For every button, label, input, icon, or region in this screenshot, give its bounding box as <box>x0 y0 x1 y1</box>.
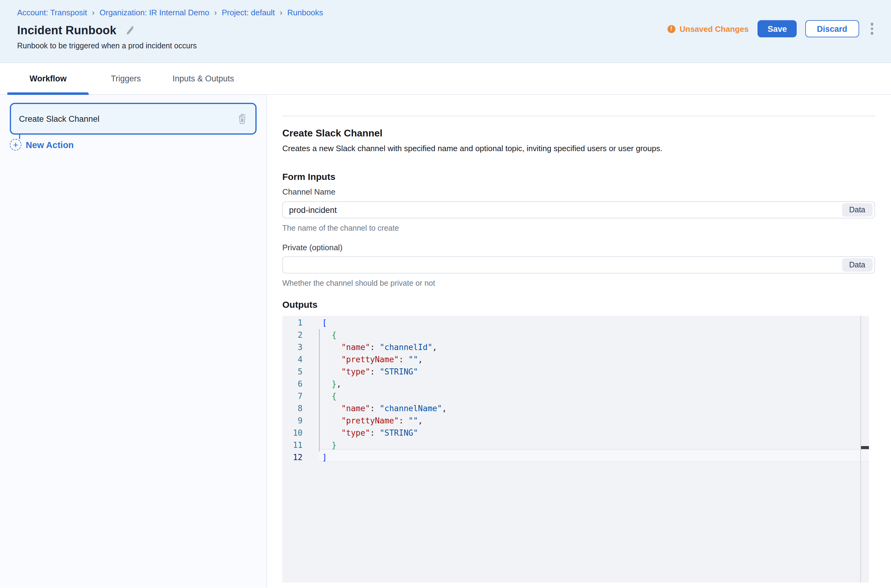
delete-action-trash-icon[interactable] <box>237 113 247 124</box>
code-line: 12] <box>282 452 869 464</box>
discard-button[interactable]: Discard <box>805 20 859 38</box>
line-number: 9 <box>282 415 303 427</box>
active-tab-underline <box>8 92 89 95</box>
code-text: [ <box>322 317 327 329</box>
code-text: "name": "channelName", <box>322 403 447 415</box>
workflow-steps-panel: Create Slack Channel + New Action <box>0 95 267 587</box>
line-number: 2 <box>282 329 303 341</box>
tab-workflow[interactable]: Workflow <box>8 74 89 83</box>
line-number: 7 <box>282 390 303 403</box>
runbook-editor-app: Account: Transposit › Organization: IR I… <box>0 0 891 588</box>
action-card-label: Create Slack Channel <box>19 114 237 123</box>
save-button[interactable]: Save <box>758 20 797 38</box>
line-number: 4 <box>282 354 303 366</box>
code-line: 11 } <box>282 440 869 452</box>
content-divider <box>282 116 875 116</box>
code-line: 5 "type": "STRING" <box>282 366 869 378</box>
code-line: 1[ <box>282 317 869 329</box>
private-label: Private (optional) <box>282 242 875 253</box>
private-help: Whether the channel should be private or… <box>282 278 875 289</box>
breadcrumb-account-link[interactable]: Account: Transposit <box>17 8 87 18</box>
code-text: } <box>322 440 337 452</box>
action-detail-pane: Create Slack Channel Creates a new Slack… <box>267 95 891 587</box>
code-line: 7 { <box>282 390 869 403</box>
line-number: 12 <box>282 452 303 464</box>
code-line: 10 "type": "STRING" <box>282 427 869 440</box>
line-number: 8 <box>282 403 303 415</box>
breadcrumb: Account: Transposit › Organization: IR I… <box>17 8 667 18</box>
page-title: Incident Runbook <box>17 22 116 39</box>
channel-name-help: The name of the channel to create <box>282 223 875 234</box>
warning-icon: ! <box>667 25 675 33</box>
code-text: "prettyName": "", <box>322 354 423 366</box>
channel-name-label: Channel Name <box>282 187 875 198</box>
form-inputs-heading: Form Inputs <box>282 171 875 183</box>
breadcrumb-runbooks-link[interactable]: Runbooks <box>287 8 323 18</box>
private-field: Data <box>282 256 875 273</box>
new-action-button[interactable]: + New Action <box>10 139 257 150</box>
step-connector-line <box>19 135 20 139</box>
new-action-label: New Action <box>26 140 74 150</box>
breadcrumb-project-link[interactable]: Project: default <box>222 8 275 18</box>
code-text: "prettyName": "", <box>322 415 423 427</box>
action-card-create-slack-channel[interactable]: Create Slack Channel <box>10 103 257 135</box>
code-text: { <box>322 329 337 341</box>
title-row: Incident Runbook <box>17 22 667 39</box>
outputs-code-editor[interactable]: 1[2 {3 "name": "channelId",4 "prettyName… <box>282 316 869 582</box>
line-number: 10 <box>282 427 303 440</box>
overview-ruler-cursor-marker <box>861 446 869 449</box>
breadcrumb-separator: › <box>280 8 283 18</box>
private-data-button[interactable]: Data <box>842 258 873 272</box>
line-number: 3 <box>282 341 303 354</box>
header-actions: ! Unsaved Changes Save Discard <box>667 20 875 38</box>
breadcrumb-organization-link[interactable]: Organization: IR Internal Demo <box>99 8 209 18</box>
header-left: Account: Transposit › Organization: IR I… <box>17 8 667 51</box>
action-description: Creates a new Slack channel with specifi… <box>282 143 875 154</box>
line-number: 1 <box>282 317 303 329</box>
line-number: 5 <box>282 366 303 378</box>
breadcrumb-separator: › <box>92 8 95 18</box>
private-input[interactable] <box>282 256 875 273</box>
code-line: 6 }, <box>282 378 869 390</box>
unsaved-changes-badge: ! Unsaved Changes <box>667 24 748 33</box>
channel-name-data-button[interactable]: Data <box>842 203 873 217</box>
page-subtitle: Runbook to be triggered when a prod inci… <box>17 41 667 51</box>
line-number: 6 <box>282 378 303 390</box>
tab-bar: Workflow Triggers Inputs & Outputs <box>0 63 891 95</box>
code-line: 2 { <box>282 329 869 341</box>
code-text: "type": "STRING" <box>322 366 418 378</box>
code-text: { <box>322 390 337 403</box>
line-number: 11 <box>282 440 303 452</box>
code-text: "name": "channelId", <box>322 341 437 354</box>
code-line: 4 "prettyName": "", <box>282 354 869 366</box>
code-text: "type": "STRING" <box>322 427 418 440</box>
plus-icon: + <box>10 139 21 150</box>
code-line: 3 "name": "channelId", <box>282 341 869 354</box>
tab-inputs-outputs[interactable]: Inputs & Outputs <box>163 74 244 83</box>
unsaved-changes-label: Unsaved Changes <box>679 24 748 33</box>
breadcrumb-separator: › <box>214 8 217 18</box>
action-title: Create Slack Channel <box>282 127 875 140</box>
edit-title-pencil-icon[interactable] <box>125 26 135 36</box>
code-text: ] <box>322 452 327 464</box>
more-options-kebab-icon[interactable] <box>868 21 875 38</box>
channel-name-input[interactable] <box>282 201 875 218</box>
code-line: 9 "prettyName": "", <box>282 415 869 427</box>
code-line: 8 "name": "channelName", <box>282 403 869 415</box>
code-lines: 1[2 {3 "name": "channelId",4 "prettyName… <box>282 316 869 464</box>
main-area: Create Slack Channel + New Action <box>0 95 891 587</box>
channel-name-field: Data <box>282 201 875 218</box>
tab-triggers[interactable]: Triggers <box>89 74 163 83</box>
header: Account: Transposit › Organization: IR I… <box>0 0 891 63</box>
code-text: }, <box>322 378 342 390</box>
outputs-heading: Outputs <box>282 298 875 311</box>
